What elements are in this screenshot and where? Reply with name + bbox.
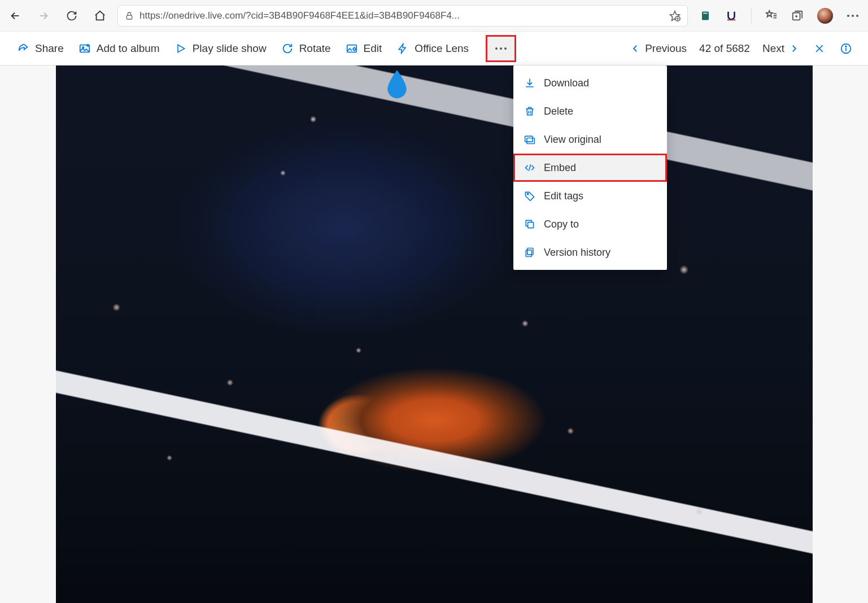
- embed-icon: [524, 161, 536, 174]
- edit-label: Edit: [364, 42, 382, 55]
- svg-point-13: [845, 46, 847, 47]
- add-to-album-button[interactable]: Add to album: [78, 42, 160, 55]
- add-to-album-label: Add to album: [97, 42, 160, 55]
- browser-right-icons: [699, 8, 859, 24]
- svg-rect-15: [527, 138, 534, 144]
- favorites-list-icon[interactable]: [765, 10, 778, 22]
- ellipsis-icon: [495, 47, 507, 50]
- next-button[interactable]: Next: [762, 42, 799, 55]
- menu-view-original[interactable]: View original: [513, 125, 667, 154]
- slideshow-label: Play slide show: [193, 42, 267, 55]
- menu-embed[interactable]: Embed: [513, 154, 667, 182]
- water-drop-icon: [384, 70, 410, 96]
- divider: [751, 8, 752, 23]
- extension-u-icon[interactable]: [725, 10, 738, 22]
- svg-rect-19: [526, 250, 531, 257]
- extension-reader-icon[interactable]: [699, 10, 712, 22]
- favorite-icon[interactable]: [669, 10, 681, 21]
- next-label: Next: [762, 42, 784, 55]
- share-label: Share: [35, 42, 64, 55]
- svg-rect-18: [527, 248, 533, 255]
- menu-view-original-label: View original: [544, 134, 601, 146]
- browser-toolbar: https://onedrive.live.com/?cid=3B4B90F94…: [0, 0, 868, 32]
- toolbar-left: Share Add to album Play slide show Rotat…: [17, 35, 516, 62]
- info-button[interactable]: [840, 42, 852, 55]
- share-icon: [17, 42, 29, 55]
- forward-button[interactable]: [37, 10, 50, 22]
- previous-label: Previous: [645, 42, 687, 55]
- svg-rect-14: [525, 136, 533, 142]
- menu-download[interactable]: Download: [513, 69, 667, 97]
- photo-viewer: [0, 65, 868, 603]
- menu-version-history-label: Version history: [544, 247, 610, 259]
- home-button[interactable]: [94, 10, 106, 22]
- play-slideshow-button[interactable]: Play slide show: [175, 42, 267, 55]
- more-actions-button[interactable]: [486, 35, 516, 62]
- address-bar[interactable]: https://onedrive.live.com/?cid=3B4B90F94…: [117, 5, 688, 27]
- menu-edit-tags[interactable]: Edit tags: [513, 182, 667, 210]
- previous-button[interactable]: Previous: [630, 42, 687, 55]
- rotate-icon: [281, 42, 294, 55]
- browser-menu-icon[interactable]: [847, 10, 859, 22]
- svg-rect-4: [703, 12, 708, 14]
- svg-marker-6: [766, 10, 773, 16]
- collections-icon[interactable]: [791, 10, 804, 22]
- url-text: https://onedrive.live.com/?cid=3B4B90F94…: [139, 10, 664, 21]
- share-button[interactable]: Share: [17, 42, 64, 55]
- view-original-icon: [524, 133, 536, 146]
- lightning-icon: [396, 42, 409, 55]
- download-icon: [524, 77, 536, 89]
- chevron-left-icon: [630, 43, 640, 54]
- chevron-right-icon: [789, 43, 799, 54]
- refresh-button[interactable]: [66, 10, 78, 22]
- copy-icon: [524, 218, 536, 230]
- profile-avatar[interactable]: [817, 8, 833, 24]
- rotate-button[interactable]: Rotate: [281, 42, 331, 55]
- menu-copy-to[interactable]: Copy to: [513, 210, 667, 238]
- edit-button[interactable]: Edit: [346, 42, 382, 55]
- menu-delete[interactable]: Delete: [513, 97, 667, 125]
- menu-embed-label: Embed: [544, 162, 576, 174]
- lock-icon: [125, 11, 134, 20]
- svg-rect-17: [528, 222, 534, 228]
- photo-content[interactable]: [56, 65, 813, 603]
- menu-download-label: Download: [544, 77, 589, 89]
- close-button[interactable]: [812, 43, 827, 54]
- edit-image-icon: [346, 42, 358, 55]
- menu-version-history[interactable]: Version history: [513, 238, 667, 266]
- play-icon: [175, 42, 187, 55]
- onedrive-toolbar: Share Add to album Play slide show Rotat…: [0, 32, 868, 65]
- more-actions-menu: Download Delete View original Embed Edit…: [513, 65, 667, 270]
- version-history-icon: [524, 246, 536, 259]
- svg-rect-5: [727, 19, 736, 20]
- office-lens-label: Office Lens: [415, 42, 469, 55]
- page-index: 42 of 5682: [699, 42, 750, 55]
- office-lens-button[interactable]: Office Lens: [396, 42, 469, 55]
- back-button[interactable]: [9, 10, 21, 22]
- nav-buttons: [9, 10, 106, 22]
- svg-marker-10: [178, 45, 185, 52]
- album-add-icon: [78, 42, 91, 55]
- rotate-label: Rotate: [299, 42, 331, 55]
- toolbar-right: Previous 42 of 5682 Next: [630, 42, 852, 55]
- svg-rect-0: [127, 15, 132, 19]
- menu-delete-label: Delete: [544, 106, 573, 117]
- menu-copy-to-label: Copy to: [544, 219, 579, 230]
- tag-icon: [524, 190, 536, 202]
- svg-point-16: [527, 193, 529, 195]
- menu-edit-tags-label: Edit tags: [544, 190, 583, 202]
- delete-icon: [524, 105, 536, 117]
